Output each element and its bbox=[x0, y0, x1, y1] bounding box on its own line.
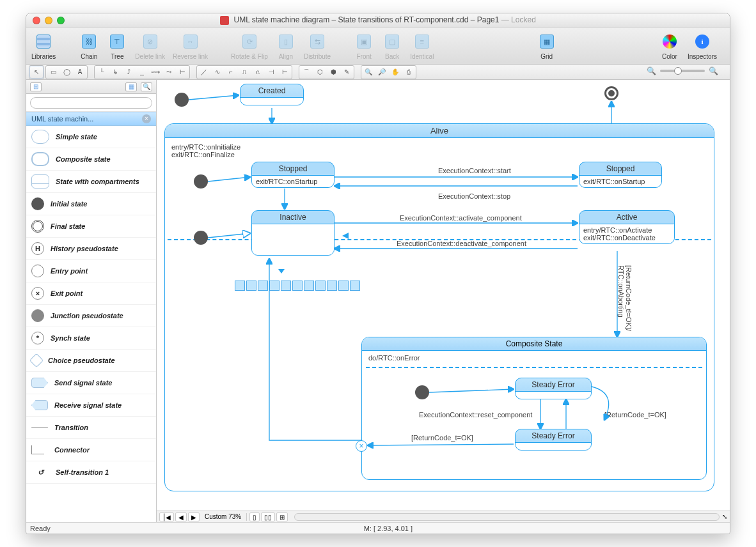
tab-tree-icon[interactable]: ⊞ bbox=[30, 82, 42, 91]
connector-6[interactable]: ⤳ bbox=[162, 66, 175, 78]
diagram-canvas[interactable]: Created Alive entry/RTC::onInitialize ex… bbox=[157, 80, 730, 511]
delete-link-button[interactable]: ⊘Delete link bbox=[135, 31, 165, 60]
state-inactive[interactable]: Inactive bbox=[251, 210, 335, 256]
zoom-in-icon[interactable]: 🔍 bbox=[709, 66, 718, 75]
initial-state-composite[interactable] bbox=[415, 385, 429, 399]
page-prev[interactable]: ◀ bbox=[175, 512, 187, 521]
close-window-button[interactable] bbox=[33, 17, 40, 24]
view-1[interactable]: ▯ bbox=[249, 512, 260, 521]
ellipse-tool[interactable]: ◯ bbox=[60, 66, 73, 78]
library-close-icon[interactable]: × bbox=[142, 114, 151, 123]
identical-button[interactable]: ≡Identical bbox=[410, 31, 434, 60]
lib-item-final-state[interactable]: Final state bbox=[26, 215, 156, 238]
state-active[interactable]: Active entry/RTC::onActivate exit/RTC::o… bbox=[579, 210, 675, 244]
state-stopped-left[interactable]: Stopped exit/RTC::onStartup bbox=[251, 162, 335, 188]
lib-item-simple-state[interactable]: Simple state bbox=[26, 126, 156, 148]
selection-tools[interactable]: ↖ bbox=[29, 65, 44, 79]
connector-tools[interactable]: └ ↳ ⤴ ⎯ ⟿ ⤳ ⊢ bbox=[94, 65, 190, 79]
lib-item-composite-state[interactable]: Composite state bbox=[26, 148, 156, 171]
line-1[interactable]: ／ bbox=[198, 66, 210, 78]
lib-item-connector[interactable]: Connector bbox=[26, 439, 156, 461]
lib-item-receive-signal[interactable]: Receive signal state bbox=[26, 394, 156, 417]
misc-1[interactable]: ⌒ bbox=[300, 66, 313, 78]
pointer-tool[interactable]: ↖ bbox=[30, 66, 43, 78]
lib-item-choice[interactable]: Choice pseudostate bbox=[26, 350, 156, 372]
misc-2[interactable]: ⬡ bbox=[313, 66, 326, 78]
connector-5[interactable]: ⟿ bbox=[149, 66, 162, 78]
connector-7[interactable]: ⊢ bbox=[176, 66, 189, 78]
lib-item-synch[interactable]: *Synch state bbox=[26, 327, 156, 350]
tab-search-icon[interactable]: 🔍 bbox=[141, 82, 152, 91]
line-7[interactable]: ⊢ bbox=[278, 66, 291, 78]
connector-2[interactable]: ↳ bbox=[109, 66, 122, 78]
state-steady-2[interactable]: Steady Error bbox=[515, 429, 592, 451]
hscrollbar[interactable] bbox=[294, 513, 720, 521]
line-3[interactable]: ⌐ bbox=[224, 66, 237, 78]
zoom-out-icon[interactable]: 🔍 bbox=[647, 66, 656, 75]
line-5[interactable]: ⎌ bbox=[251, 66, 264, 78]
lib-item-send-signal[interactable]: Send signal state bbox=[26, 372, 156, 394]
zoom-thumb[interactable] bbox=[674, 67, 682, 75]
reverse-link-button[interactable]: ↔Reverse link bbox=[173, 31, 208, 60]
libraries-button[interactable]: Libraries bbox=[31, 31, 56, 60]
initial-state-top[interactable] bbox=[175, 93, 189, 107]
minimize-window-button[interactable] bbox=[45, 17, 52, 24]
crop-tool[interactable]: ⎙ bbox=[402, 66, 415, 78]
lib-item-junction[interactable]: Junction pseudostate bbox=[26, 305, 156, 327]
line-4[interactable]: ⎍ bbox=[238, 66, 251, 78]
zoom-slider[interactable]: 🔍 🔍 bbox=[647, 66, 718, 75]
line-6[interactable]: ⊣ bbox=[265, 66, 278, 78]
state-created[interactable]: Created bbox=[240, 84, 304, 105]
lib-item-exit-point[interactable]: ×Exit point bbox=[26, 282, 156, 305]
connector-4[interactable]: ⎯ bbox=[136, 66, 148, 78]
lib-item-entry-point[interactable]: Entry point bbox=[26, 260, 156, 282]
rotate-flip-button[interactable]: ⟳Rotate & Flip bbox=[231, 31, 268, 60]
state-composite[interactable]: Composite State do/RTC::onError bbox=[361, 337, 707, 480]
initial-state-lower[interactable] bbox=[194, 231, 208, 245]
rect-tool[interactable]: ▭ bbox=[47, 66, 59, 78]
shape-tools[interactable]: ▭ ◯ A bbox=[45, 65, 88, 79]
state-stopped-right[interactable]: Stopped exit/RTC::onStartup bbox=[579, 162, 662, 188]
lib-item-self-transition[interactable]: ↺Self-transition 1 bbox=[26, 461, 156, 484]
connector-1[interactable]: └ bbox=[95, 66, 108, 78]
misc-3[interactable]: ⬢ bbox=[327, 66, 340, 78]
text-tool[interactable]: A bbox=[74, 66, 86, 78]
page-first[interactable]: ⎮◀ bbox=[159, 512, 174, 521]
library-search-input[interactable] bbox=[30, 97, 152, 109]
grid-button[interactable]: ▦Grid bbox=[537, 31, 557, 60]
composite-exit-point[interactable]: × bbox=[356, 440, 367, 452]
state-steady-1[interactable]: Steady Error bbox=[515, 378, 592, 399]
initial-state-upper[interactable] bbox=[194, 174, 208, 189]
page-next[interactable]: ▶ bbox=[188, 512, 200, 521]
library-header[interactable]: UML state machin... × bbox=[26, 112, 156, 126]
color-button[interactable]: Color bbox=[659, 31, 680, 60]
back-button[interactable]: ▢Back bbox=[382, 31, 402, 60]
line-tools[interactable]: ／ ∿ ⌐ ⎍ ⎌ ⊣ ⊢ bbox=[196, 65, 292, 79]
lib-item-initial-state[interactable]: Initial state bbox=[26, 193, 156, 215]
front-button[interactable]: ▣Front bbox=[354, 31, 374, 60]
hand-tool[interactable]: ✋ bbox=[389, 66, 402, 78]
zoom-display[interactable]: Custom 73% bbox=[202, 513, 244, 520]
connector-3[interactable]: ⤴ bbox=[122, 66, 135, 78]
lib-item-history[interactable]: HHistory pseudostate bbox=[26, 238, 156, 260]
view-3[interactable]: ⊞ bbox=[276, 512, 288, 521]
selection-handles[interactable] bbox=[235, 281, 360, 291]
inspectors-button[interactable]: iInspectors bbox=[688, 31, 717, 60]
tab-grid-icon[interactable]: ▦ bbox=[125, 82, 137, 91]
misc-tools[interactable]: ⌒ ⬡ ⬢ ✎ bbox=[299, 65, 354, 79]
zoom-tool[interactable]: 🔍 bbox=[362, 66, 375, 78]
align-button[interactable]: ▯Align bbox=[276, 31, 296, 60]
chain-button[interactable]: ⛓Chain bbox=[79, 31, 99, 60]
lib-item-transition[interactable]: Transition bbox=[26, 417, 156, 439]
view-tools[interactable]: 🔍 🔎 ✋ ⎙ bbox=[361, 65, 416, 79]
view-2[interactable]: ▯▯ bbox=[261, 512, 275, 521]
corner-resize[interactable]: ⤡ bbox=[722, 513, 727, 520]
lib-item-state-compartments[interactable]: State with compartments bbox=[26, 171, 156, 193]
zoom-window-button[interactable] bbox=[57, 17, 65, 24]
line-2[interactable]: ∿ bbox=[211, 66, 224, 78]
zoom-tool-2[interactable]: 🔎 bbox=[375, 66, 388, 78]
distribute-button[interactable]: ⇆Distribute bbox=[304, 31, 331, 60]
tree-button[interactable]: ⊤Tree bbox=[107, 31, 127, 60]
final-state-top[interactable] bbox=[604, 86, 618, 100]
misc-4[interactable]: ✎ bbox=[340, 66, 353, 78]
